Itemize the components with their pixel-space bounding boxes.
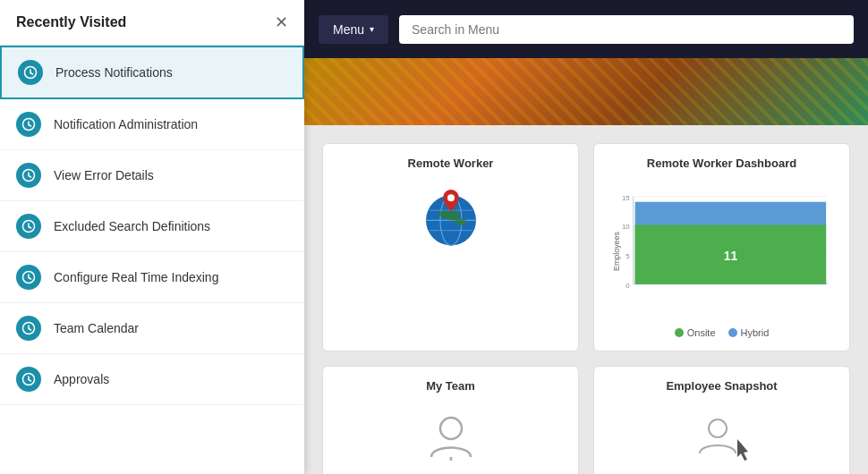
- svg-line-34: [29, 227, 31, 229]
- employee-snapshot-title: Employee Snapshot: [666, 379, 777, 393]
- svg-text:0: 0: [625, 282, 630, 290]
- remote-worker-dashboard-title: Remote Worker Dashboard: [647, 157, 796, 170]
- svg-text:15: 15: [622, 194, 630, 202]
- onsite-dot: [675, 328, 684, 337]
- snapshot-icon: [691, 411, 753, 474]
- clock-icon-0: [18, 60, 43, 85]
- remote-worker-card: Remote Worker: [322, 143, 579, 351]
- svg-point-20: [440, 418, 462, 439]
- svg-text:10: 10: [622, 223, 630, 231]
- svg-line-31: [29, 176, 31, 178]
- hybrid-dot: [728, 328, 737, 337]
- item-label-1: Notification Administration: [54, 117, 198, 131]
- sidebar-header: Recently Visited ✕: [0, 0, 304, 46]
- chevron-down-icon: ▾: [370, 24, 374, 34]
- menu-button[interactable]: Menu ▾: [319, 15, 388, 44]
- clock-icon-3: [16, 214, 41, 239]
- svg-line-25: [30, 73, 33, 75]
- sidebar: Recently Visited ✕ Process Notifications…: [0, 0, 304, 474]
- menu-label: Menu: [333, 22, 364, 37]
- item-label-3: Excluded Search Definitions: [54, 219, 210, 233]
- top-bar: Menu ▾: [304, 0, 868, 58]
- remote-worker-title: Remote Worker: [408, 157, 494, 170]
- sidebar-item-process-notifications[interactable]: Process Notifications: [0, 46, 304, 99]
- sidebar-item-team-calendar[interactable]: Team Calendar: [0, 303, 304, 354]
- team-icon: [424, 411, 478, 471]
- clock-icon-4: [16, 265, 41, 290]
- sidebar-item-view-error-details[interactable]: View Error Details: [0, 150, 304, 201]
- item-label-4: Configure Real Time Indexing: [54, 270, 218, 284]
- sidebar-item-excluded-search-definitions[interactable]: Excluded Search Definitions: [0, 201, 304, 252]
- legend-onsite: Onsite: [675, 327, 716, 338]
- sidebar-item-configure-real-time-indexing[interactable]: Configure Real Time Indexing: [0, 252, 304, 303]
- item-label-0: Process Notifications: [55, 65, 173, 80]
- svg-line-43: [29, 380, 31, 382]
- onsite-label: Onsite: [687, 327, 716, 338]
- my-team-card: My Team: [322, 366, 579, 474]
- svg-text:Employees: Employees: [612, 232, 621, 271]
- sidebar-title: Recently Visited: [16, 14, 126, 30]
- svg-point-22: [709, 419, 727, 437]
- item-label-5: Team Calendar: [54, 321, 139, 335]
- svg-text:11: 11: [724, 249, 738, 263]
- clock-icon-1: [16, 112, 41, 137]
- remote-worker-dashboard-card: Remote Worker Dashboard Employees 15 10 …: [593, 143, 850, 351]
- svg-line-28: [29, 125, 31, 127]
- clock-icon-2: [16, 163, 41, 188]
- hybrid-label: Hybrid: [741, 327, 770, 338]
- clock-icon-5: [16, 316, 41, 341]
- svg-line-37: [29, 278, 31, 280]
- svg-line-40: [29, 329, 31, 331]
- svg-point-5: [447, 194, 455, 201]
- svg-text:5: 5: [625, 252, 630, 260]
- item-label-6: Approvals: [54, 372, 109, 386]
- legend-hybrid: Hybrid: [728, 327, 770, 338]
- main-content: Remote Worker Remote Worker Dashboard: [304, 125, 868, 474]
- chart-legend: Onsite Hybrid: [675, 327, 770, 338]
- clock-icon-6: [16, 367, 41, 392]
- search-input[interactable]: [399, 15, 854, 44]
- remote-worker-globe: [415, 179, 487, 250]
- chart-container: Employees 15 10 5 0 11: [607, 179, 837, 324]
- close-button[interactable]: ✕: [275, 14, 288, 30]
- employee-snapshot-card: Employee Snapshot: [593, 366, 850, 474]
- my-team-title: My Team: [426, 379, 475, 393]
- sidebar-item-notification-administration[interactable]: Notification Administration: [0, 99, 304, 150]
- item-label-2: View Error Details: [54, 168, 154, 182]
- sidebar-item-approvals[interactable]: Approvals: [0, 354, 304, 405]
- banner: [304, 58, 868, 125]
